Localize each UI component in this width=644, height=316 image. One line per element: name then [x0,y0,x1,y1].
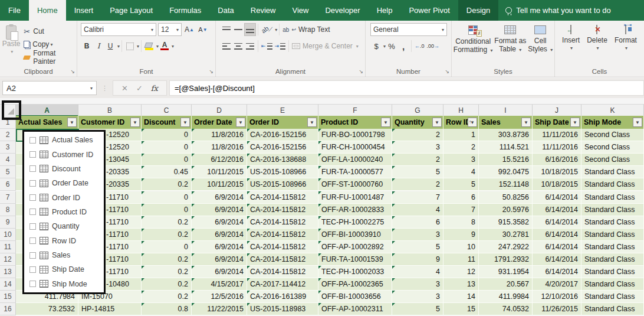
cell-I12[interactable]: 1791.2932 [479,253,533,266]
filter-dropdown-button[interactable]: ▼ [432,118,442,127]
cell-G14[interactable]: 3 [392,278,443,291]
column-header-H[interactable]: H [443,105,479,116]
cell-I6[interactable]: 152.1148 [479,178,533,191]
decrease-decimal-button[interactable]: .00→ [426,40,441,53]
cell-D10[interactable]: 6/9/2014 [192,229,247,241]
enter-button[interactable]: ✓ [136,84,143,93]
cell-H12[interactable]: 11 [443,253,479,266]
filter-sorted-asc-button[interactable]: ▼↑ [468,118,477,127]
checkbox-icon[interactable] [29,223,36,230]
cell-K5[interactable]: Standard Class [581,166,644,178]
cell-E10[interactable]: CA-2014-115812 [247,229,318,241]
row-header-15[interactable]: 15 [0,291,16,303]
cell-K12[interactable]: Standard Class [581,253,644,266]
field-list-item-ship-date[interactable]: Ship Date [24,262,104,276]
ribbon-tab-insert[interactable]: Insert [66,0,102,21]
cell-E3[interactable]: CA-2016-152156 [247,141,318,154]
cell-D12[interactable]: 6/9/2014 [192,253,247,266]
ribbon-tab-file[interactable]: File [0,0,29,21]
cell-I7[interactable]: 50.8256 [479,191,533,204]
cell-I13[interactable]: 931.1954 [479,266,533,278]
row-header-4[interactable]: 4 [0,154,16,166]
cell-K15[interactable]: Standard Class [581,291,644,303]
delete-cells-button[interactable]: ✕ Delete ▾ [587,22,607,65]
number-dialog-launcher[interactable]: ↘ [445,69,449,74]
cell-D8[interactable]: 6/9/2014 [192,204,247,216]
shrink-font-button[interactable]: A▼ [197,23,209,36]
cell-E16[interactable]: US-2015-118983 [247,303,318,315]
cell-F8[interactable]: OFF-AR-10002833 [318,204,392,216]
wrap-text-button[interactable]: ab↩ Wrap Text [281,23,331,36]
ribbon-tab-formulas[interactable]: Formulas [161,0,209,21]
filter-dropdown-button[interactable]: ▼ [633,118,642,127]
cell-I15[interactable]: 411.9984 [479,291,533,303]
filter-dropdown-button[interactable]: ▼ [180,118,190,127]
bold-button[interactable]: B [81,40,93,53]
row-header-14[interactable]: 14 [0,278,16,291]
cell-H15[interactable]: 14 [443,291,479,303]
font-size-combo[interactable]: 12 ▾ [158,23,182,36]
checkbox-icon[interactable] [29,252,36,259]
cell-C13[interactable]: 0.2 [142,266,192,278]
column-header-F[interactable]: F [318,105,392,116]
comma-button[interactable]: , [397,40,409,53]
cell-J16[interactable]: 11/26/2015 [533,303,581,315]
cell-J3[interactable]: 11/11/2016 [533,141,581,154]
cell-D2[interactable]: 11/8/2016 [192,129,247,141]
cell-H9[interactable]: 8 [443,216,479,229]
field-list-item-sales[interactable]: Sales [24,248,104,262]
column-header-E[interactable]: E [247,105,318,116]
cell-G16[interactable]: 5 [392,303,443,315]
cell-E12[interactable]: CA-2014-115812 [247,253,318,266]
ribbon-tab-data[interactable]: Data [209,0,242,21]
checkbox-icon[interactable] [29,137,36,144]
cell-I9[interactable]: 915.3582 [479,216,533,229]
cell-F4[interactable]: OFF-LA-10000240 [318,154,392,166]
cell-F12[interactable]: FUR-TA-10001539 [318,253,392,266]
cell-H6[interactable]: 5 [443,178,479,191]
cell-styles-button[interactable]: Cell Styles ▾ [528,22,553,65]
conditional-formatting-button[interactable]: ≠ Conditional Formatting ▾ [454,22,493,65]
cell-F13[interactable]: TEC-PH-10002033 [318,266,392,278]
cell-H2[interactable]: 1 [443,129,479,141]
cell-I11[interactable]: 247.2922 [479,241,533,253]
cell-G2[interactable]: 2 [392,129,443,141]
row-header-8[interactable]: 8 [0,204,16,216]
row-header-12[interactable]: 12 [0,253,16,266]
cell-I5[interactable]: 992.0475 [479,166,533,178]
row-header-7[interactable]: 7 [0,191,16,204]
column-header-A[interactable]: A [16,105,78,116]
cell-J2[interactable]: 11/11/2016 [533,129,581,141]
cell-F15[interactable]: OFF-BI-10003656 [318,291,392,303]
ribbon-tab-home[interactable]: Home [29,0,66,21]
table-column-header-order-date[interactable]: Order Date▼ [192,116,247,129]
cell-E2[interactable]: CA-2016-152156 [247,129,318,141]
cell-F14[interactable]: OFF-PA-10002365 [318,278,392,291]
cell-D11[interactable]: 6/9/2014 [192,241,247,253]
cell-K6[interactable]: Standard Class [581,178,644,191]
table-column-header-order-id[interactable]: Order ID▼ [247,116,318,129]
cell-D7[interactable]: 6/9/2014 [192,191,247,204]
cell-I2[interactable]: 303.8736 [479,129,533,141]
cell-G8[interactable]: 4 [392,204,443,216]
fill-color-button[interactable] [143,40,155,53]
cell-G10[interactable]: 3 [392,229,443,241]
row-header-9[interactable]: 9 [0,216,16,229]
italic-button[interactable]: I [93,40,104,53]
row-header-11[interactable]: 11 [0,241,16,253]
checkbox-icon[interactable] [29,209,36,215]
cell-F9[interactable]: TEC-PH-10002275 [318,216,392,229]
cell-C5[interactable]: 0.45 [142,166,192,178]
table-column-header-product-id[interactable]: Product ID▼ [318,116,392,129]
cell-E9[interactable]: CA-2014-115812 [247,216,318,229]
cell-H16[interactable]: 15 [443,303,479,315]
cell-K10[interactable]: Standard Class [581,229,644,241]
cell-D4[interactable]: 6/12/2016 [192,154,247,166]
column-header-B[interactable]: B [78,105,142,116]
cell-G11[interactable]: 5 [392,241,443,253]
column-header-C[interactable]: C [142,105,192,116]
cell-C10[interactable]: 0.2 [142,229,192,241]
field-list-item-row-id[interactable]: Row ID [24,234,104,248]
column-header-I[interactable]: I [479,105,533,116]
cell-I16[interactable]: 74.0532 [479,303,533,315]
